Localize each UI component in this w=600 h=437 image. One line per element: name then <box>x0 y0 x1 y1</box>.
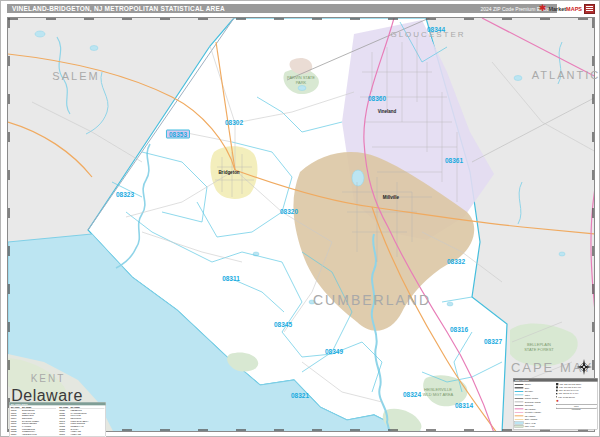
zip-table-wrap: ZIP Code Index ZIP Code ZIP Name 08302 B… <box>9 402 106 433</box>
legend-right-column: Pop. 250,000 and above Pop. 100,000 to 2… <box>556 383 596 428</box>
zip-table-row: 08361 VINELAND <box>59 433 104 436</box>
zip-table-row: 08324 HEISLERVILLE <box>11 433 56 436</box>
legend-wrap: Map Legend County State ZIP Code <box>513 378 598 432</box>
compass-rose-icon <box>576 359 592 375</box>
basemap-svg <box>7 17 595 432</box>
map-page: VINELAND-BRIDGETON, NJ METROPOLITAN STAT… <box>0 0 600 437</box>
logo-wordmark: MarketMAPS <box>548 6 582 12</box>
bridgeton-city-area <box>210 146 257 199</box>
km-scalebar: Kilometers <box>556 407 596 410</box>
tick-strip-left <box>8 18 10 431</box>
map-canvas <box>7 17 595 432</box>
city-logo-icon: ✸ <box>556 399 559 403</box>
publisher-badge-icon <box>584 4 595 14</box>
legend-city-logo: ✸ <box>556 398 596 403</box>
tick-strip-top <box>8 18 594 20</box>
zip-table-right-column: ZIP Code ZIP Name 08327 LEESBURG 08329 M… <box>59 406 104 436</box>
map-legend: Map Legend County State ZIP Code <box>513 378 598 429</box>
globe-icon: ✱ <box>539 4 547 13</box>
zip-table-left-column: ZIP Code ZIP Name 08302 BRIDGETON 08311 … <box>11 406 56 436</box>
title-bar: VINELAND-BRIDGETON, NJ METROPOLITAN STAT… <box>7 4 557 13</box>
map-title: VINELAND-BRIDGETON, NJ METROPOLITAN STAT… <box>12 5 225 12</box>
miles-scalebar: Miles <box>556 404 596 407</box>
tick-strip-right <box>592 18 594 431</box>
marketmaps-logo: ✱ MarketMAPS <box>539 2 595 15</box>
legend-item: Park Areas <box>515 425 554 428</box>
zip-code-table: ZIP Code Index ZIP Code ZIP Name 08302 B… <box>9 402 106 437</box>
